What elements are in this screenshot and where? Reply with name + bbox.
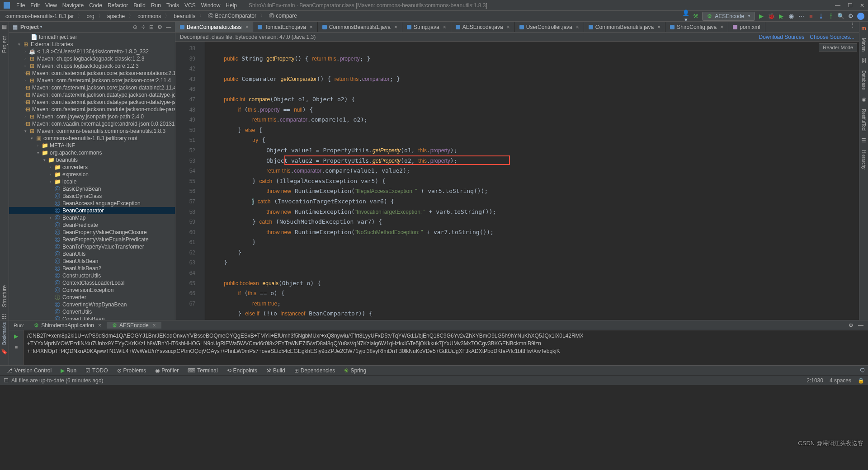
tab-cb1[interactable]: CommonsBeanutils1.java× xyxy=(318,22,402,32)
tree-item[interactable]: ›⊞Maven: com.fasterxml.jackson.datatype:… xyxy=(9,99,175,106)
code-area[interactable]: 3839424346474849505152535455565758596061… xyxy=(175,42,859,320)
maximize-icon[interactable]: ☐ xyxy=(848,2,853,9)
rest-tab[interactable]: RestfulTool xyxy=(861,107,866,133)
tree-item[interactable]: ›☕< 1.8 > C:\Users\91136\jdks\corretto-1… xyxy=(9,48,175,55)
git-pull-icon[interactable]: ⭳ xyxy=(817,13,825,19)
spring-tab[interactable]: ❀Spring xyxy=(340,367,370,374)
tree-item[interactable]: ›📁META-INF xyxy=(9,142,175,149)
tree-item[interactable]: ⓒBeanUtilsBean xyxy=(9,258,175,265)
run-tab-button[interactable]: ▶Run xyxy=(57,367,80,374)
structure-tab[interactable]: Structure xyxy=(1,283,8,309)
tree-item[interactable]: ›⊞Maven: com.fasterxml.jackson.core:jack… xyxy=(9,84,175,91)
crumb-apache[interactable]: apache xyxy=(105,13,127,19)
run-hide-icon[interactable]: — xyxy=(858,322,863,329)
menu-refactor[interactable]: Refactor xyxy=(105,2,131,9)
status-icon[interactable]: ☐ xyxy=(4,377,9,384)
dependencies-tab[interactable]: ⊞Dependencies xyxy=(291,367,339,374)
tree-item[interactable]: ▾▣commons-beanutils-1.8.3.jar library ro… xyxy=(9,135,175,142)
crumb-method[interactable]: ⓜ compare xyxy=(267,12,299,20)
tree-item[interactable]: ⓒConstructorUtils xyxy=(9,272,175,279)
cursor-position[interactable]: 2:1030 xyxy=(807,377,823,384)
tree-item[interactable]: ⓒConvertUtils xyxy=(9,308,175,315)
stop-icon[interactable]: ■ xyxy=(807,13,815,19)
tree-item-selected[interactable]: ⓒBeanComparator xyxy=(9,207,175,214)
maven-tab[interactable]: Maven xyxy=(861,36,866,53)
profile-icon[interactable]: ◉ xyxy=(788,13,795,19)
tree-item[interactable]: ⓒBasicDynaBean xyxy=(9,185,175,193)
tabs-menu-icon[interactable]: ⋮ xyxy=(846,22,859,32)
bookmarks-icon[interactable]: 🔖 xyxy=(1,348,8,355)
menu-vcs[interactable]: VCS xyxy=(182,2,198,9)
indent-info[interactable]: 4 spaces xyxy=(830,377,851,384)
crumb-beanutils[interactable]: beanutils xyxy=(172,13,197,19)
tree-item[interactable]: ›ⓒBeanMap xyxy=(9,214,175,221)
tab-tomcatecho[interactable]: TomcatEcho.java× xyxy=(253,22,317,32)
tree-item[interactable]: ›⊞Maven: com.fasterxml.jackson.core:jack… xyxy=(9,70,175,77)
run-icon[interactable]: ▶ xyxy=(758,13,765,19)
collapse-icon[interactable]: ⊟ xyxy=(149,24,154,30)
menu-window[interactable]: Window xyxy=(198,2,223,9)
rest-icon[interactable]: ◉ xyxy=(862,96,866,103)
tree-item[interactable]: ⓒContextClassLoaderLocal xyxy=(9,279,175,287)
bookmarks-tab[interactable]: Bookmarks xyxy=(2,322,7,345)
lock-icon[interactable]: 🔒 xyxy=(858,377,864,384)
crumb-class[interactable]: ⓒ BeanComparator xyxy=(206,12,258,20)
run-stop-icon[interactable]: ■ xyxy=(14,344,18,350)
search-icon[interactable]: 🔍 xyxy=(837,13,844,19)
project-tool-button[interactable]: ▦ xyxy=(2,24,7,30)
coverage-icon[interactable]: ▶̤ xyxy=(778,13,785,19)
tree-item[interactable]: ›⊞Maven: com.vaadin.external.google:andr… xyxy=(9,120,175,127)
tree-item[interactable]: ›⊞Maven: com.jayway.jsonpath:json-path:2… xyxy=(9,113,175,120)
maven-icon[interactable]: m xyxy=(861,25,866,32)
tree-item[interactable]: ›⊞Maven: com.fasterxml.jackson.datatype:… xyxy=(9,91,175,99)
tree-item[interactable]: ⓒBeanPropertyValueChangeClosure xyxy=(9,229,175,236)
project-view-selector[interactable]: ▾ xyxy=(40,25,42,29)
endpoints-tab[interactable]: ⟲Endpoints xyxy=(223,367,261,374)
tab-string[interactable]: String.java× xyxy=(402,22,451,32)
tree-item[interactable]: ▾⊞External Libraries xyxy=(9,41,175,48)
tab-shiroconfig[interactable]: ShiroConfig.java× xyxy=(665,22,728,32)
menu-help[interactable]: Help xyxy=(223,2,240,9)
user-icon[interactable]: 👤▾ xyxy=(682,9,689,23)
notifications-icon[interactable]: 🗨 xyxy=(860,367,865,374)
run-settings-icon[interactable]: ⚙ xyxy=(849,322,854,329)
tree-item[interactable]: ▾⊞Maven: commons-beanutils:commons-beanu… xyxy=(9,127,175,135)
terminal-tab[interactable]: ⌨Terminal xyxy=(184,367,221,374)
choose-sources-link[interactable]: Choose Sources... xyxy=(810,34,854,40)
menu-build[interactable]: Build xyxy=(131,2,148,9)
menu-tools[interactable]: Tools xyxy=(164,2,182,9)
locate-icon[interactable]: ⊙ xyxy=(133,24,137,30)
menu-file[interactable]: File xyxy=(14,2,28,9)
tree-item[interactable]: ›📁converters xyxy=(9,164,175,171)
project-tree[interactable]: 📄tomcatInject.ser ▾⊞External Libraries ›… xyxy=(9,33,175,320)
tab-usercontroller[interactable]: UserController.java× xyxy=(515,22,584,32)
hierarchy-icon[interactable]: ☰ xyxy=(861,137,866,144)
hide-panel-icon[interactable]: — xyxy=(166,24,171,30)
tree-item[interactable]: ▾📁org.apache.commons xyxy=(9,149,175,156)
tree-item[interactable]: ›⊞Maven: com.fasterxml.jackson.core:jack… xyxy=(9,77,175,84)
rerun-icon[interactable]: ▶ xyxy=(14,333,18,339)
attach-icon[interactable]: ⋯ xyxy=(797,13,805,19)
console-output[interactable]: /CNB2Tr+xem8p2ki1U+wPS9dSdm41QAEOGYJ1Bnr… xyxy=(24,330,868,365)
close-icon[interactable]: ✕ xyxy=(860,2,864,9)
profiler-tab[interactable]: ◉Profiler xyxy=(151,367,182,374)
fold-gutter[interactable] xyxy=(199,42,205,320)
tree-item[interactable]: ⓘConverter xyxy=(9,294,175,301)
tree-item[interactable]: ⓒBeanAccessLanguageException xyxy=(9,200,175,207)
tab-pom[interactable]: pom.xml xyxy=(728,22,765,32)
avatar-icon[interactable] xyxy=(857,13,864,20)
close-tab-icon[interactable]: × xyxy=(245,24,248,30)
build-tab[interactable]: ⚒Build xyxy=(263,367,289,374)
tree-item[interactable]: ›⊞Maven: com.fasterxml.jackson.module:ja… xyxy=(9,106,175,113)
tree-item[interactable]: ›⊞Maven: ch.qos.logback:logback-classic:… xyxy=(9,55,175,62)
tree-item[interactable]: ›📁locale xyxy=(9,178,175,185)
tree-item[interactable]: ⓒConvertingWrapDynaBean xyxy=(9,301,175,308)
run-tab-aesencode[interactable]: ⚙AESEncode× xyxy=(107,322,161,329)
download-sources-link[interactable]: Download Sources xyxy=(759,34,805,40)
tree-item[interactable]: ›📁expression xyxy=(9,171,175,178)
tab-aesencode[interactable]: AESEncode.java× xyxy=(451,22,515,32)
settings-icon[interactable]: ⚙ xyxy=(847,13,854,19)
run-tab-shirodemo[interactable]: ⚙ShirodemoApplication× xyxy=(28,322,107,329)
menu-run[interactable]: Run xyxy=(148,2,164,9)
tree-item[interactable]: ⓒBeanUtilsBean2 xyxy=(9,265,175,272)
